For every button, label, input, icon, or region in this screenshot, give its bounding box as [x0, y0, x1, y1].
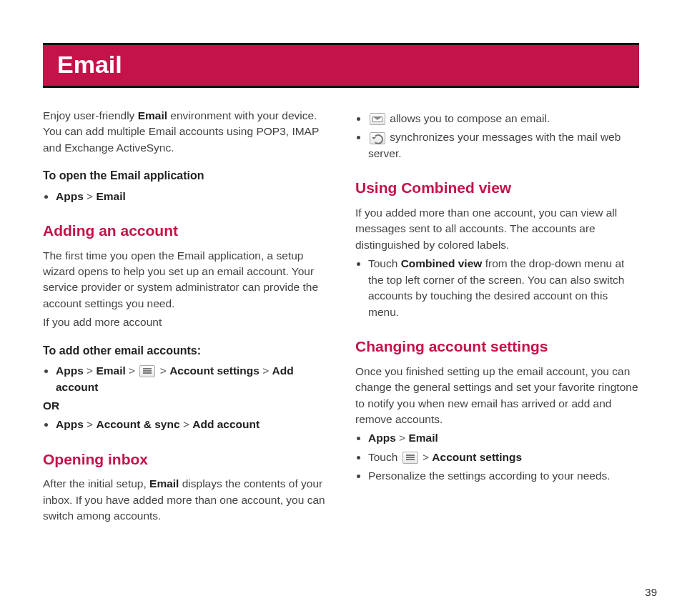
changing-list: Apps > Email Touch > Account settings Pe… [355, 430, 639, 484]
opening-inbox-title: Opening inbox [43, 449, 327, 470]
cb2-account-settings: Account settings [432, 451, 522, 463]
p1-sep4: > [262, 364, 269, 377]
cb1-apps: Apps [368, 432, 396, 444]
p1-sep2: > [129, 364, 135, 377]
cb2-sep: > [422, 451, 429, 463]
intro-pre: Enjoy user-friendly [43, 109, 138, 121]
combined-body: If you added more than one account, you … [355, 205, 639, 253]
p1-sep1: > [87, 364, 93, 377]
page-number: 39 [645, 586, 657, 598]
combined-bullet: Touch Combined view from the drop-down m… [368, 256, 639, 320]
add-other-path1: Apps > Email > > Account settings > Add … [56, 363, 327, 395]
changing-body: Once you finished setting up the email a… [355, 364, 639, 428]
sync-text: synchronizes your messages with the mail… [368, 131, 621, 159]
add-other-list2: Apps > Account & sync > Add account [43, 417, 327, 432]
combined-list: Touch Combined view from the drop-down m… [355, 256, 639, 320]
changing-b3: Personalize the settings according to yo… [368, 468, 639, 484]
oi-pre: After the initial setup, [43, 477, 149, 490]
p1-apps: Apps [56, 364, 84, 377]
open-app-list: Apps > Email [43, 189, 327, 204]
p1-account-settings: Account settings [169, 364, 260, 377]
or-separator: OR [43, 398, 327, 414]
chapter-title: Email [57, 51, 122, 78]
open-app-title: To open the Email application [43, 167, 327, 184]
compose-feature: allows you to compose an email. [368, 111, 639, 126]
p2-account-sync: Account & sync [96, 418, 179, 430]
p2-sep2: > [183, 418, 189, 430]
add-other-list: Apps > Email > > Account settings > Add … [43, 363, 327, 395]
compose-icon [370, 113, 385, 125]
cb1-sep: > [399, 432, 405, 444]
manual-page: Email Enjoy user-friendly Email environm… [0, 0, 682, 616]
changing-b1: Apps > Email [368, 430, 639, 446]
icon-feature-list: allows you to compose an email. synchron… [355, 111, 639, 162]
chapter-banner: Email [43, 43, 639, 88]
p1-email: Email [96, 364, 125, 377]
oi-bold: Email [149, 477, 179, 490]
cb2-pre: Touch [368, 451, 401, 463]
content-columns: Enjoy user-friendly Email environment wi… [43, 108, 639, 527]
menu-icon [402, 452, 418, 464]
adding-body1: The first time you open the Email applic… [43, 248, 327, 312]
sync-feature: synchronizes your messages with the mail… [368, 129, 639, 162]
adding-account-title: Adding an account [43, 220, 327, 242]
cb1-email: Email [408, 432, 438, 444]
opening-inbox-body: After the initial setup, Email displays … [43, 476, 327, 524]
changing-b2: Touch > Account settings [368, 449, 639, 465]
intro-bold: Email [138, 109, 167, 121]
path-email: Email [96, 190, 125, 202]
right-column: allows you to compose an email. synchron… [355, 108, 639, 527]
p2-sep1: > [87, 418, 93, 430]
add-other-title: To add other email accounts: [43, 342, 327, 359]
cb-pre: Touch [368, 257, 401, 269]
sync-icon [370, 132, 385, 144]
p1-sep3: > [160, 364, 167, 377]
menu-icon [139, 365, 155, 377]
p2-add-account: Add account [192, 418, 260, 430]
adding-body2: If you add more account [43, 314, 327, 330]
p2-apps: Apps [56, 418, 84, 430]
add-other-path2: Apps > Account & sync > Add account [56, 417, 327, 432]
combined-view-title: Using Combined view [355, 177, 639, 199]
open-app-path: Apps > Email [56, 189, 327, 204]
compose-text: allows you to compose an email. [387, 112, 550, 124]
path-sep: > [87, 190, 93, 202]
changing-settings-title: Changing account settings [355, 336, 639, 357]
left-column: Enjoy user-friendly Email environment wi… [43, 108, 327, 527]
intro-paragraph: Enjoy user-friendly Email environment wi… [43, 108, 327, 156]
path-apps: Apps [56, 190, 84, 202]
cb-bold: Combined view [401, 257, 483, 269]
